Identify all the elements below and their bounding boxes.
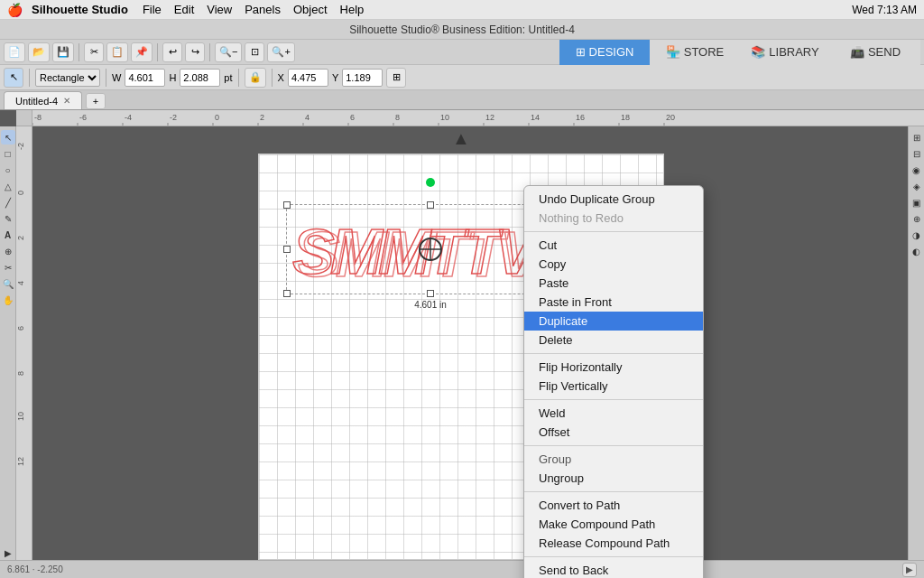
lock-aspect[interactable]: 🔒 xyxy=(245,68,266,88)
svg-text:8: 8 xyxy=(16,371,25,376)
toolbar-redo[interactable]: ↪ xyxy=(185,42,205,62)
ctx-delete[interactable]: Delete xyxy=(524,331,703,350)
right-tool-2[interactable]: ⊟ xyxy=(910,146,924,161)
tool-eraser[interactable]: ✂ xyxy=(1,260,15,275)
tool-select[interactable]: ↖ xyxy=(4,68,23,88)
tool-polygon[interactable]: △ xyxy=(1,179,15,193)
send-button[interactable]: 📠 SEND xyxy=(830,40,920,65)
toolbar-open[interactable]: 📂 xyxy=(28,42,50,62)
toolbar-new[interactable]: 📄 xyxy=(4,42,25,62)
ctx-undo[interactable]: Undo Duplicate Group xyxy=(524,190,703,209)
ctx-sep3 xyxy=(524,399,703,400)
apple-menu[interactable]: 🍎 xyxy=(7,3,23,17)
ctx-copy[interactable]: Copy xyxy=(524,255,703,274)
menu-help[interactable]: Help xyxy=(340,3,365,16)
svg-text:-4: -4 xyxy=(125,113,132,122)
ctx-release-compound[interactable]: Release Compound Path xyxy=(524,534,703,553)
ctx-send-back[interactable]: Send to Back xyxy=(524,561,703,578)
ctx-cut[interactable]: Cut xyxy=(524,236,703,255)
toolbar-paste[interactable]: 📌 xyxy=(131,42,152,62)
ctx-flip-h[interactable]: Flip Horizontally xyxy=(524,358,703,377)
svg-rect-0 xyxy=(32,110,924,126)
right-toolbar: ⊞ ⊟ ◉ ◈ ▣ ⊕ ◑ ◐ xyxy=(908,126,924,560)
y-input[interactable] xyxy=(342,69,383,87)
ctx-paste-front[interactable]: Paste in Front xyxy=(524,293,703,312)
x-input[interactable] xyxy=(288,69,328,87)
ctx-weld[interactable]: Weld xyxy=(524,404,703,423)
svg-text:14: 14 xyxy=(531,113,540,122)
right-tool-1[interactable]: ⊞ xyxy=(910,130,924,144)
tool-zoom[interactable]: 🔍 xyxy=(1,276,15,291)
context-menu: Undo Duplicate Group Nothing to Redo Cut… xyxy=(523,185,704,578)
right-tool-7[interactable]: ◑ xyxy=(910,228,924,242)
design-button[interactable]: ⊞ DESIGN xyxy=(559,40,650,65)
right-tool-4[interactable]: ◈ xyxy=(910,179,924,193)
tool-line[interactable]: ╱ xyxy=(1,195,15,210)
menu-panels[interactable]: Panels xyxy=(245,3,281,16)
tool-pan[interactable]: ✋ xyxy=(1,293,15,307)
tab-close-icon[interactable]: ✕ xyxy=(63,96,70,106)
tool-node[interactable]: ⊕ xyxy=(1,244,15,258)
ctx-sep1 xyxy=(524,231,703,232)
svg-text:0: 0 xyxy=(16,191,25,195)
toolbar-zoom-fit[interactable]: ⊡ xyxy=(245,42,264,62)
send-icon: 📠 xyxy=(850,45,864,59)
new-tab-button[interactable]: + xyxy=(86,93,106,109)
ctx-convert-path[interactable]: Convert to Path xyxy=(524,496,703,515)
unit-label: pt xyxy=(224,72,232,83)
ctx-paste[interactable]: Paste xyxy=(524,274,703,293)
ctx-duplicate[interactable]: Duplicate xyxy=(524,312,703,331)
ctx-group-header: Group xyxy=(524,450,703,469)
align-options[interactable]: ⊞ xyxy=(386,68,406,88)
menu-view[interactable]: View xyxy=(207,3,232,16)
ctx-sep6 xyxy=(524,556,703,557)
ctx-make-compound[interactable]: Make Compound Path xyxy=(524,515,703,534)
right-tool-5[interactable]: ▣ xyxy=(910,195,924,210)
height-input[interactable] xyxy=(180,69,220,87)
menu-edit[interactable]: Edit xyxy=(174,3,194,16)
store-button[interactable]: 🏪 STORE xyxy=(650,40,740,65)
ruler-vertical: -2 0 2 4 6 8 10 12 xyxy=(16,126,32,560)
tool-ellipse[interactable]: ○ xyxy=(1,163,15,177)
ctx-offset[interactable]: Offset xyxy=(524,423,703,442)
tool-rectangle[interactable]: □ xyxy=(1,146,15,161)
header-nav: ⊞ DESIGN 🏪 STORE 📚 LIBRARY 📠 SEND xyxy=(559,40,920,65)
y-label: Y xyxy=(332,72,338,83)
width-input[interactable] xyxy=(125,69,165,87)
ctx-ungroup[interactable]: Ungroup xyxy=(524,469,703,488)
right-tool-8[interactable]: ◐ xyxy=(910,244,924,258)
titlebar: Silhouette Studio® Business Edition: Unt… xyxy=(0,20,924,40)
measure-label: 4.601 in xyxy=(414,300,447,310)
rotation-handle[interactable] xyxy=(426,178,435,187)
library-button[interactable]: 📚 LIBRARY xyxy=(740,40,830,65)
app-name[interactable]: Silhouette Studio xyxy=(32,3,128,16)
tool-pen[interactable]: ✎ xyxy=(1,211,15,226)
right-tool-6[interactable]: ⊕ xyxy=(910,211,924,226)
ctx-flip-v[interactable]: Flip Vertically xyxy=(524,377,703,396)
right-tool-3[interactable]: ◉ xyxy=(910,163,924,177)
svg-text:2: 2 xyxy=(260,113,264,122)
toolbar-cut[interactable]: ✂ xyxy=(84,42,104,62)
status-panel-toggle[interactable]: ▶ xyxy=(902,563,917,577)
tool-extra[interactable]: ▶ xyxy=(1,545,15,560)
toolbar-copy[interactable]: 📋 xyxy=(106,42,128,62)
page-up-arrow: ▲ xyxy=(450,127,472,149)
tool-text[interactable]: A xyxy=(1,228,15,242)
menu-file[interactable]: File xyxy=(143,3,162,16)
svg-text:SMMTTV: SMMTTV xyxy=(292,217,541,287)
svg-text:-2: -2 xyxy=(170,113,177,122)
toolbar-save[interactable]: 💾 xyxy=(52,42,74,62)
svg-text:-2: -2 xyxy=(16,143,25,150)
menu-object[interactable]: Object xyxy=(293,3,328,16)
ctx-sep4 xyxy=(524,445,703,446)
tool-pointer[interactable]: ↖ xyxy=(1,130,15,144)
main-toolbar: 📄 📂 💾 ✂ 📋 📌 ↩ ↪ 🔍− ⊡ 🔍+ ⊞ DESIGN 🏪 STORE… xyxy=(0,40,924,65)
shape-selector[interactable]: Rectangle xyxy=(35,69,100,87)
toolbar-zoom-out[interactable]: 🔍− xyxy=(215,42,242,62)
toolbar-undo[interactable]: ↩ xyxy=(162,42,182,62)
properties-toolbar: ↖ Rectangle W H pt 🔒 X Y ⊞ xyxy=(0,65,924,90)
tab-untitled4[interactable]: Untitled-4 ✕ xyxy=(4,91,82,109)
toolbar-zoom-in[interactable]: 🔍+ xyxy=(267,42,294,62)
tab-label: Untitled-4 xyxy=(15,96,58,107)
h-label: H xyxy=(169,72,176,83)
